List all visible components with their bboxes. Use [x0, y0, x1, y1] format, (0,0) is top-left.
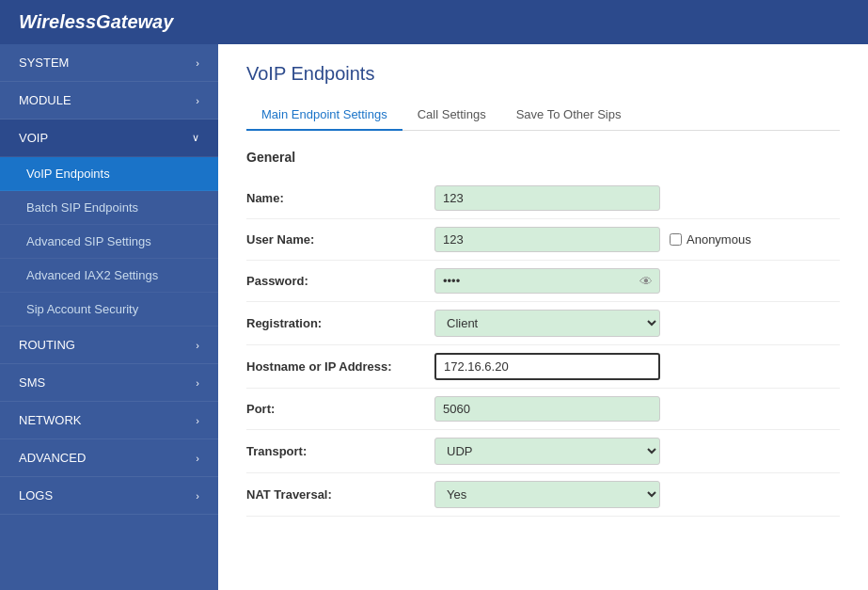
control-wrap-nat-traversal: YesNo [434, 481, 660, 508]
sidebar-item-routing[interactable]: ROUTING› [0, 327, 218, 364]
tab-call-settings[interactable]: Call Settings [402, 100, 501, 131]
app-title: WirelessGateway [19, 11, 173, 32]
control-wrap-port [434, 396, 660, 422]
app-header: WirelessGateway [0, 0, 868, 44]
page-title: VoIP Endpoints [246, 63, 840, 85]
chevron-right-icon: › [196, 95, 199, 106]
select-nat-traversal[interactable]: YesNo [434, 481, 660, 508]
form-row-port: Port: [246, 389, 840, 430]
chevron-right-icon: › [196, 377, 199, 389]
sidebar-sub-item-sip-security[interactable]: Sip Account Security [0, 293, 218, 327]
sidebar-item-label-logs: LOGS [19, 488, 53, 502]
input-hostname[interactable] [434, 353, 660, 380]
label-name: Name: [246, 191, 434, 205]
control-wrap-password: 👁 [434, 268, 660, 294]
chevron-right-icon: › [196, 340, 199, 351]
chevron-down-icon: ∨ [192, 132, 199, 144]
chevron-right-icon: › [196, 453, 199, 464]
label-hostname: Hostname or IP Address: [246, 359, 434, 374]
control-wrap-username: Anonymous [434, 227, 751, 252]
control-wrap-hostname [434, 353, 660, 380]
sidebar-item-system[interactable]: SYSTEM› [0, 44, 218, 82]
label-password: Password: [246, 274, 434, 288]
form-row-password: Password:👁 [246, 261, 840, 302]
label-port: Port: [246, 402, 434, 416]
sidebar-item-sms[interactable]: SMS› [0, 364, 218, 402]
sidebar-item-voip[interactable]: VOIP∨ [0, 120, 218, 157]
main-layout: SYSTEM›MODULE›VOIP∨VoIP EndpointsBatch S… [0, 44, 868, 590]
sidebar-item-advanced[interactable]: ADVANCED› [0, 439, 218, 477]
sidebar-sub-item-advanced-iax2[interactable]: Advanced IAX2 Settings [0, 259, 218, 293]
control-wrap-name [434, 185, 660, 211]
sidebar-item-module[interactable]: MODULE› [0, 82, 218, 120]
password-wrap-password: 👁 [434, 268, 660, 294]
tabs-bar: Main Endpoint SettingsCall SettingsSave … [246, 100, 840, 131]
checkbox-label-username: Anonymous [687, 232, 751, 247]
input-name[interactable] [434, 185, 660, 211]
form-row-hostname: Hostname or IP Address: [246, 345, 840, 389]
sidebar: SYSTEM›MODULE›VOIP∨VoIP EndpointsBatch S… [0, 44, 218, 590]
sidebar-item-logs[interactable]: LOGS› [0, 477, 218, 515]
form-row-username: User Name:Anonymous [246, 219, 840, 261]
sidebar-item-label-advanced: ADVANCED [19, 451, 86, 465]
input-username[interactable] [434, 227, 660, 252]
sidebar-item-label-sms: SMS [19, 375, 45, 390]
select-transport[interactable]: UDPTCPTLS [434, 438, 660, 465]
content-area: VoIP Endpoints Main Endpoint SettingsCal… [218, 44, 868, 590]
form-row-name: Name: [246, 178, 840, 219]
form-row-transport: Transport:UDPTCPTLS [246, 430, 840, 473]
tab-save-to-other[interactable]: Save To Other Sips [501, 100, 637, 131]
sidebar-item-label-network: NETWORK [19, 413, 81, 427]
label-transport: Transport: [246, 444, 434, 458]
sidebar-item-label-voip: VOIP [19, 131, 48, 145]
sidebar-item-label-system: SYSTEM [19, 56, 69, 70]
sidebar-item-label-module: MODULE [19, 93, 71, 107]
section-general: General [246, 150, 840, 165]
label-nat-traversal: NAT Traversal: [246, 487, 434, 502]
checkbox-wrap-username: Anonymous [670, 232, 751, 247]
checkbox-username[interactable] [670, 233, 682, 246]
input-password[interactable] [434, 268, 660, 294]
label-username: User Name: [246, 232, 434, 247]
input-port[interactable] [434, 396, 660, 422]
form-fields: Name:User Name:AnonymousPassword:👁Regist… [246, 178, 840, 517]
control-wrap-registration: ClientServerNone [434, 310, 660, 337]
eye-icon[interactable]: 👁 [639, 274, 653, 289]
sidebar-sub-item-voip-endpoints[interactable]: VoIP Endpoints [0, 157, 218, 191]
sidebar-sub-item-batch-sip[interactable]: Batch SIP Endpoints [0, 191, 218, 225]
form-row-nat-traversal: NAT Traversal:YesNo [246, 473, 840, 517]
chevron-right-icon: › [196, 490, 199, 502]
sidebar-sub-item-advanced-sip[interactable]: Advanced SIP Settings [0, 225, 218, 259]
sidebar-item-label-routing: ROUTING [19, 338, 75, 352]
select-registration[interactable]: ClientServerNone [434, 310, 660, 337]
control-wrap-transport: UDPTCPTLS [434, 438, 660, 465]
sidebar-item-network[interactable]: NETWORK› [0, 402, 218, 439]
chevron-right-icon: › [196, 415, 199, 426]
chevron-right-icon: › [196, 57, 199, 69]
tab-main-endpoint[interactable]: Main Endpoint Settings [246, 100, 402, 131]
label-registration: Registration: [246, 316, 434, 330]
form-row-registration: Registration:ClientServerNone [246, 302, 840, 345]
